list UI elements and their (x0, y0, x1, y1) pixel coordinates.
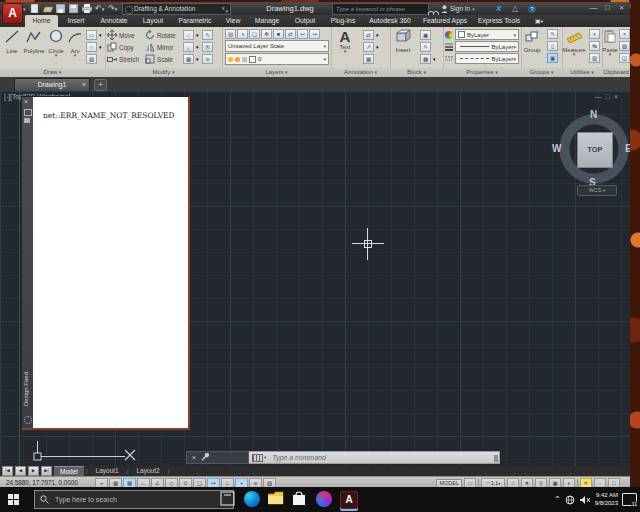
panel-label-groups[interactable]: Groups ▾ (521, 68, 562, 77)
tab-annotate[interactable]: Annotate (94, 15, 134, 27)
viewcube-east[interactable]: E (625, 143, 630, 154)
line-tool[interactable]: Line (1, 29, 23, 54)
exchange-apps-icon[interactable]: X (496, 3, 501, 14)
move-tool[interactable]: Move (107, 30, 134, 40)
recent-commands-icon[interactable] (252, 454, 263, 462)
file-tab-close-icon[interactable]: × (82, 79, 86, 91)
sign-in-button[interactable]: Sign In ▾ (441, 3, 475, 14)
command-close-icon[interactable]: × (192, 454, 196, 461)
cut-tool[interactable]: × (619, 29, 630, 39)
file-tab-drawing1[interactable]: Drawing1 × (14, 78, 90, 92)
erase-tool[interactable]: ✎ (202, 30, 213, 40)
command-line-bar[interactable]: × ▾ Type a command (186, 451, 500, 464)
layer-match-tool[interactable]: ⇄ (285, 29, 296, 39)
match-properties-tool[interactable]: ◫ (619, 53, 630, 63)
tab-insert[interactable]: Insert (60, 15, 92, 27)
autodesk-360-icon[interactable]: △ (512, 3, 518, 14)
action-center-icon[interactable]: 11 (622, 493, 637, 506)
ellipse-dropdown-arrow-icon[interactable]: ▾ (99, 44, 102, 50)
tab-view[interactable]: View (220, 15, 246, 27)
group-edit-tool[interactable]: ▯ (547, 41, 558, 51)
recent-commands-arrow-icon[interactable]: ▾ (264, 455, 266, 460)
text-tool[interactable]: A Text ▾ (333, 29, 357, 53)
tab-parametric[interactable]: Parametric (172, 15, 218, 27)
text-dropdown-arrow-icon[interactable]: ▾ (333, 50, 357, 53)
volume-muted-icon[interactable] (579, 495, 591, 505)
stretch-tool[interactable]: Stretch (107, 54, 139, 64)
trim-dropdown-arrow-icon[interactable]: ▾ (196, 32, 199, 38)
panel-label-properties[interactable]: Properties ▾ (443, 68, 521, 77)
design-feed-content[interactable]: net::ERR_NAME_NOT_RESOLVED (33, 97, 188, 428)
object-color-dropdown[interactable]: ByLayer▾ (455, 29, 519, 40)
mirror-tool[interactable]: Mirror (145, 42, 173, 52)
copy-tool[interactable]: Copy (107, 42, 134, 52)
palette-autohide-icon[interactable] (24, 109, 32, 116)
close-button[interactable]: × (615, 2, 628, 14)
tab-express-tools[interactable]: Express Tools (474, 15, 524, 27)
panel-label-modify[interactable]: Modify ▾ (105, 68, 222, 77)
trim-tool[interactable]: ∕ (183, 30, 194, 40)
array-tool[interactable]: ▦ (183, 54, 194, 64)
undo-button[interactable]: ↶▾ (95, 4, 105, 13)
tab-featured-apps[interactable]: Featured Apps (418, 15, 472, 27)
dimension-tool[interactable]: ⇄ (363, 30, 374, 40)
quick-select-tool[interactable]: ↹ (589, 41, 600, 51)
new-file-button[interactable] (30, 4, 40, 13)
wcs-dropdown[interactable]: WCS ▾ (577, 185, 617, 196)
panel-label-block[interactable]: Block ▾ (390, 68, 443, 77)
paste-tool[interactable]: Paste ▾ (602, 29, 618, 56)
first-layout-button[interactable]: |◀ (2, 466, 13, 476)
attributes-arrow-icon[interactable]: ▾ (433, 56, 436, 62)
rectangle-dropdown-arrow-icon[interactable]: ▾ (99, 32, 102, 38)
define-attributes-tool[interactable]: ▩ (420, 54, 431, 64)
last-layout-button[interactable]: ▶| (41, 466, 52, 476)
create-block-tool[interactable]: ▣ (420, 30, 431, 40)
maximize-button[interactable]: □ (601, 2, 614, 14)
tab-layout2[interactable]: Layout2 (130, 466, 165, 476)
tab-home[interactable]: Home (25, 15, 58, 27)
layer-state-dropdown[interactable]: Unsaved Layer State▾ (225, 40, 329, 52)
panel-label-layers[interactable]: Layers ▾ (222, 68, 331, 77)
leader-tool[interactable]: ↗ (363, 42, 374, 52)
arc-dropdown-arrow-icon[interactable]: ▾ (64, 54, 86, 57)
lineweight-dropdown[interactable]: ByLayer▾ (455, 41, 519, 52)
network-icon[interactable] (565, 495, 575, 505)
palette-settings-icon[interactable] (24, 416, 32, 424)
group-selection-toggle[interactable]: ▣ (547, 53, 558, 63)
tab-model[interactable]: Model (54, 466, 84, 477)
insert-block-tool[interactable]: Insert (391, 29, 415, 53)
layer-prev-tool[interactable]: ↩ (297, 29, 308, 39)
layer-isolate-tool[interactable]: ▢ (249, 29, 260, 39)
task-view-button[interactable] (220, 491, 236, 507)
viewport-window-controls[interactable]: —□× (595, 93, 622, 100)
arc-tool[interactable]: Arc ▾ (64, 29, 86, 57)
workspace-switcher[interactable]: Drafting & Annotation ▾ (122, 3, 231, 15)
array-dropdown-arrow-icon[interactable]: ▾ (196, 56, 199, 62)
help-search-input[interactable]: Type a keyword or phrase (332, 3, 429, 15)
layer-properties-tool[interactable]: ▤ (225, 29, 236, 39)
save-button[interactable] (56, 4, 66, 13)
plot-button[interactable] (82, 4, 92, 13)
panel-label-clipboard[interactable]: Clipboard (602, 68, 630, 77)
panel-label-utilities[interactable]: Utilities ▾ (562, 68, 602, 77)
autocad-taskbar-icon[interactable]: A (340, 491, 358, 509)
leader-arrow-icon[interactable]: ▾ (376, 44, 379, 50)
microsoft-store-icon[interactable] (292, 491, 308, 507)
help-icon[interactable]: ? (528, 3, 536, 14)
measure-tool[interactable]: Measure ▾ (562, 29, 586, 56)
paste-dropdown-arrow-icon[interactable]: ▾ (602, 53, 618, 56)
save-as-button[interactable] (69, 4, 79, 13)
tab-autodesk-360[interactable]: Autodesk 360 (364, 15, 416, 27)
viewcube-north[interactable]: N (590, 109, 597, 120)
taskbar-clock[interactable]: 9:42 AM 9/8/2023 (595, 492, 618, 507)
prev-layout-button[interactable]: ◀ (15, 466, 26, 476)
layer-walk-tool[interactable]: ↪ (309, 29, 320, 39)
ellipse-tool[interactable]: ○ (86, 42, 97, 52)
viewcube[interactable]: TOP N S E W (556, 111, 630, 187)
tab-manage[interactable]: Manage (248, 15, 286, 27)
ribbon-display-toggle[interactable]: ▣▾ (530, 15, 548, 27)
hatch-tool[interactable]: ▧ (86, 54, 97, 64)
explode-tool[interactable]: ⦿ (202, 42, 213, 52)
color-wheel-icon[interactable] (445, 31, 453, 39)
open-button[interactable] (43, 4, 53, 13)
